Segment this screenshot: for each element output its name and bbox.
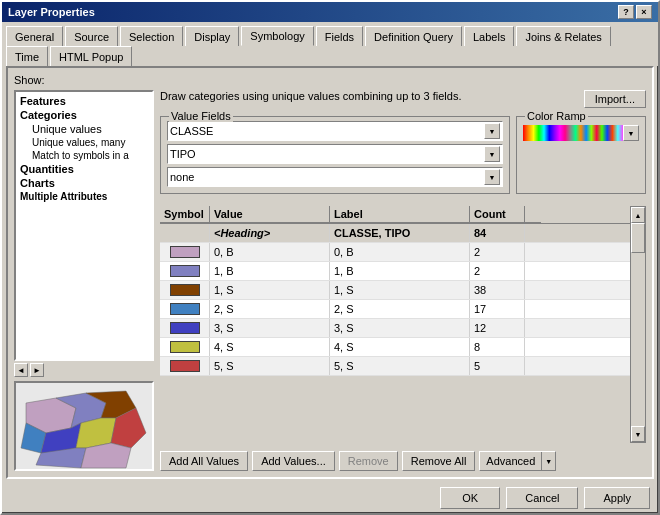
col-scroll-placeholder	[525, 206, 541, 223]
tree-item-categories[interactable]: Categories	[18, 108, 150, 122]
classe-dropdown-arrow: ▼	[484, 123, 500, 139]
desc-import-row: Draw categories using unique values comb…	[160, 90, 646, 108]
tree-item-unique-values-many[interactable]: Unique values, many	[18, 136, 150, 149]
bottom-bar: OK Cancel Apply	[2, 483, 658, 513]
tab-labels[interactable]: Labels	[464, 26, 514, 46]
table-row[interactable]: 0, B0, B2	[160, 243, 630, 262]
label-cell: CLASSE, TIPO	[330, 224, 470, 242]
symbol-cell	[160, 224, 210, 242]
table-row[interactable]: 3, S3, S12	[160, 319, 630, 338]
none-dropdown-arrow: ▼	[484, 169, 500, 185]
help-button[interactable]: ?	[618, 5, 634, 19]
value-cell: 1, S	[210, 281, 330, 299]
description-text: Draw categories using unique values comb…	[160, 90, 461, 102]
value-cell: 3, S	[210, 319, 330, 337]
tab-definition-query[interactable]: Definition Query	[365, 26, 462, 46]
tab-selection[interactable]: Selection	[120, 26, 183, 46]
advanced-dropdown-arrow[interactable]: ▼	[541, 452, 555, 470]
layer-properties-window: Layer Properties ? × General Source Sele…	[0, 0, 660, 515]
table-row[interactable]: 4, S4, S8	[160, 338, 630, 357]
tree-item-features[interactable]: Features	[18, 94, 150, 108]
add-values-button[interactable]: Add Values...	[252, 451, 335, 471]
tipo-dropdown[interactable]: TIPO ▼	[167, 144, 503, 164]
value-fields-label: Value Fields	[169, 110, 233, 122]
col-count: Count	[470, 206, 525, 223]
tab-fields[interactable]: Fields	[316, 26, 363, 46]
symbol-cell	[160, 338, 210, 356]
tab-general[interactable]: General	[6, 26, 63, 46]
map-svg	[16, 383, 154, 471]
symbol-cell	[160, 243, 210, 261]
col-label: Label	[330, 206, 470, 223]
tree-item-multiple-attributes[interactable]: Multiple Attributes	[18, 190, 150, 203]
cancel-button[interactable]: Cancel	[506, 487, 578, 509]
label-cell: 0, B	[330, 243, 470, 261]
import-button[interactable]: Import...	[584, 90, 646, 108]
count-cell: 5	[470, 357, 525, 375]
close-button[interactable]: ×	[636, 5, 652, 19]
value-cell: <Heading>	[210, 224, 330, 242]
label-cell: 1, B	[330, 262, 470, 280]
symbol-cell	[160, 357, 210, 375]
table-row[interactable]: 2, S2, S17	[160, 300, 630, 319]
tree-item-match-symbols[interactable]: Match to symbols in a	[18, 149, 150, 162]
right-panel: Draw categories using unique values comb…	[160, 90, 646, 471]
symbol-cell	[160, 300, 210, 318]
tab-display[interactable]: Display	[185, 26, 239, 46]
buttons-row: Add All Values Add Values... Remove Remo…	[160, 451, 646, 471]
scroll-thumb[interactable]	[631, 223, 645, 253]
scroll-right-button[interactable]: ►	[30, 363, 44, 377]
apply-button[interactable]: Apply	[584, 487, 650, 509]
tipo-dropdown-arrow: ▼	[484, 146, 500, 162]
left-panel: Features Categories Unique values Unique…	[14, 90, 154, 471]
tab-time[interactable]: Time	[6, 46, 48, 66]
vertical-scrollbar[interactable]: ▲ ▼	[630, 206, 646, 443]
advanced-button[interactable]: Advanced ▼	[479, 451, 556, 471]
content-split: Features Categories Unique values Unique…	[14, 90, 646, 471]
color-ramp-group: Color Ramp ▼	[516, 116, 646, 194]
table-inner: Symbol Value Label Count <Heading>CLASSE…	[160, 206, 630, 443]
classe-dropdown[interactable]: CLASSE ▼	[167, 121, 503, 141]
table-body: <Heading>CLASSE, TIPO840, B0, B21, B1, B…	[160, 224, 630, 443]
label-cell: 2, S	[330, 300, 470, 318]
value-cell: 4, S	[210, 338, 330, 356]
symbol-cell	[160, 262, 210, 280]
tab-content-area: Show: Features Categories Unique values …	[6, 66, 654, 479]
tabs-row: General Source Selection Display Symbolo…	[2, 22, 658, 66]
scroll-up-button[interactable]: ▲	[631, 207, 645, 223]
color-ramp-dropdown-arrow[interactable]: ▼	[623, 125, 639, 141]
label-cell: 5, S	[330, 357, 470, 375]
color-ramp-row: ▼	[523, 125, 639, 141]
tab-html-popup[interactable]: HTML Popup	[50, 46, 132, 66]
symbol-cell	[160, 319, 210, 337]
remove-button[interactable]: Remove	[339, 451, 398, 471]
tab-joins-relates[interactable]: Joins & Relates	[516, 26, 610, 46]
ok-button[interactable]: OK	[440, 487, 500, 509]
title-bar: Layer Properties ? ×	[2, 2, 658, 22]
scroll-down-button[interactable]: ▼	[631, 426, 645, 442]
tree-item-charts[interactable]: Charts	[18, 176, 150, 190]
tree-item-quantities[interactable]: Quantities	[18, 162, 150, 176]
table-row[interactable]: <Heading>CLASSE, TIPO84	[160, 224, 630, 243]
label-cell: 1, S	[330, 281, 470, 299]
show-label: Show:	[14, 74, 646, 86]
map-preview	[14, 381, 154, 471]
table-row[interactable]: 5, S5, S5	[160, 357, 630, 376]
count-cell: 2	[470, 262, 525, 280]
table-row[interactable]: 1, S1, S38	[160, 281, 630, 300]
add-all-values-button[interactable]: Add All Values	[160, 451, 248, 471]
table-row[interactable]: 1, B1, B2	[160, 262, 630, 281]
remove-all-button[interactable]: Remove All	[402, 451, 476, 471]
title-bar-buttons: ? ×	[618, 5, 652, 19]
color-ramp-bar[interactable]	[523, 125, 623, 141]
tab-symbology[interactable]: Symbology	[241, 26, 313, 46]
count-cell: 84	[470, 224, 525, 242]
scroll-left-button[interactable]: ◄	[14, 363, 28, 377]
tree-item-unique-values[interactable]: Unique values	[18, 122, 150, 136]
none-dropdown[interactable]: none ▼	[167, 167, 503, 187]
tab-source[interactable]: Source	[65, 26, 118, 46]
table-outer: Symbol Value Label Count <Heading>CLASSE…	[160, 206, 646, 443]
symbol-cell	[160, 281, 210, 299]
value-cell: 2, S	[210, 300, 330, 318]
value-cell: 1, B	[210, 262, 330, 280]
